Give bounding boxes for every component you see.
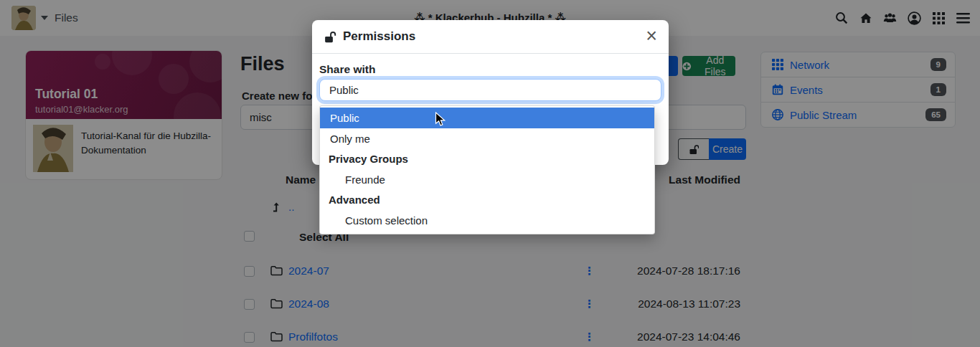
- dropdown-group-privacy-groups: Privacy Groups: [320, 149, 654, 169]
- share-with-dropdown: Public Only me Privacy Groups Freunde Ad…: [319, 105, 655, 234]
- modal-title: Permissions: [343, 29, 415, 44]
- share-with-input[interactable]: [319, 79, 661, 101]
- dropdown-option-public[interactable]: Public: [320, 108, 654, 128]
- dropdown-group-advanced: Advanced: [320, 190, 654, 210]
- dropdown-option-only-me[interactable]: Only me: [320, 128, 654, 149]
- share-with-label: Share with: [319, 63, 375, 76]
- unlock-icon: [324, 31, 336, 43]
- dropdown-option-freunde[interactable]: Freunde: [320, 169, 654, 190]
- close-icon[interactable]: ×: [646, 24, 657, 47]
- dropdown-option-custom-selection[interactable]: Custom selection: [320, 210, 654, 231]
